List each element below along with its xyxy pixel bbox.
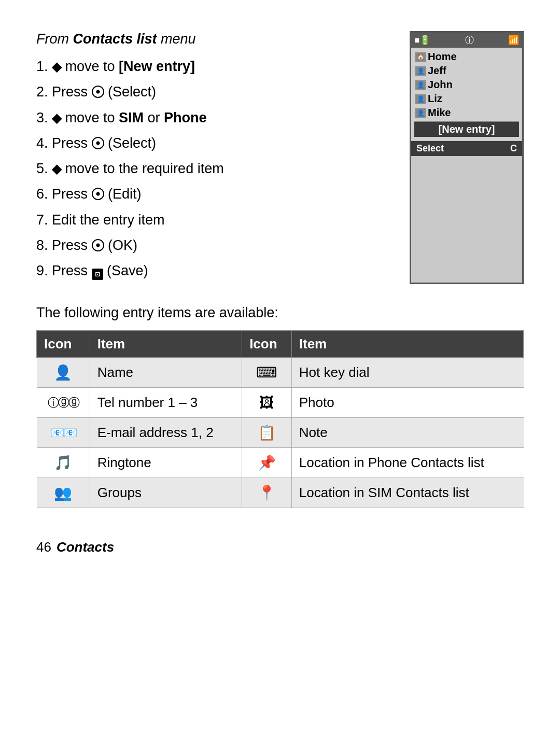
icon-ringtone: 🎵	[37, 448, 90, 478]
step-5: ◆ move to the required item	[52, 157, 389, 181]
ok-btn	[92, 239, 104, 251]
contact-home: 🏠 Home	[411, 50, 522, 64]
footer: 46 Contacts	[36, 539, 524, 555]
table-header-row: Icon Item Icon Item	[37, 331, 524, 358]
step-8: Press (OK)	[52, 233, 389, 258]
item-photo: Photo	[291, 388, 523, 418]
contact-john: 👤 John	[411, 78, 522, 92]
contact-jeff: 👤 Jeff	[411, 64, 522, 78]
icon-location-phone: 📌	[242, 448, 292, 478]
following-text: The following entry items are available:	[36, 305, 524, 321]
icon-hotkey: ⌨	[242, 358, 292, 388]
contacts-list: 🏠 Home 👤 Jeff 👤 John 👤 Liz 👤 Mike [New e…	[411, 48, 522, 140]
status-bar: ■🔋 ⓘ 📶	[411, 33, 522, 48]
item-note: Note	[291, 418, 523, 448]
col-icon2: Icon	[242, 331, 292, 358]
table-body: 👤 Name ⌨ Hot key dial ⓘⓖⓖ Tel number 1 –…	[37, 358, 524, 508]
item-groups: Groups	[90, 478, 242, 508]
nav-symbol-3: ◆	[52, 107, 61, 129]
icon-tel: ⓘⓖⓖ	[37, 388, 90, 418]
icon-groups: 👥	[37, 478, 90, 508]
table-row: 📧📧 E-mail address 1, 2 📋 Note	[37, 418, 524, 448]
phone-label: Phone	[164, 110, 207, 125]
nav-symbol-5: ◆	[52, 158, 61, 180]
step-4: Press (Select)	[52, 131, 389, 156]
footer-title: Contacts	[57, 539, 114, 555]
contact-liz: 👤 Liz	[411, 92, 522, 106]
table-row: 🎵 Ringtone 📌 Location in Phone Contacts …	[37, 448, 524, 478]
bottom-right-label: C	[510, 143, 517, 154]
contact-name-john: John	[428, 79, 453, 91]
page-number: 46	[36, 539, 51, 555]
contact-icon-home: 🏠	[415, 52, 426, 62]
col-item1: Item	[90, 331, 242, 358]
phone-screen: ■🔋 ⓘ 📶 🏠 Home 👤 Jeff 👤 John 👤 Liz 👤	[410, 31, 524, 284]
icon-email: 📧📧	[37, 418, 90, 448]
contact-name-liz: Liz	[428, 93, 442, 105]
item-name: Name	[90, 358, 242, 388]
nav-symbol-1: ◆	[52, 56, 61, 78]
item-email: E-mail address 1, 2	[90, 418, 242, 448]
step-1: ◆ move to [New entry]	[52, 54, 389, 79]
item-location-sim: Location in SIM Contacts list	[291, 478, 523, 508]
table-row: 👤 Name ⌨ Hot key dial	[37, 358, 524, 388]
new-entry-label: [New entry]	[119, 59, 195, 74]
select-btn-1	[92, 86, 104, 98]
step-2: Press (Select)	[52, 80, 389, 104]
table-row: 👥 Groups 📍 Location in SIM Contacts list	[37, 478, 524, 508]
step-9: Press ⊡ (Save)	[52, 259, 389, 283]
step-7: Edit the entry item	[52, 208, 389, 232]
status-mid: ⓘ	[465, 34, 474, 46]
contact-name-jeff: Jeff	[428, 65, 446, 77]
contact-icon-mike: 👤	[415, 108, 426, 118]
item-location-phone: Location in Phone Contacts list	[291, 448, 523, 478]
select-btn-2	[92, 137, 104, 149]
icon-table: Icon Item Icon Item 👤 Name ⌨ Hot key dia…	[36, 330, 524, 508]
contact-name-mike: Mike	[428, 107, 451, 119]
phone-bottom-bar: Select C	[411, 141, 522, 156]
from-line-bold: Contacts list	[73, 31, 157, 47]
col-icon1: Icon	[37, 331, 90, 358]
bottom-select-label: Select	[416, 143, 444, 154]
item-ringtone: Ringtone	[90, 448, 242, 478]
new-entry-row: [New entry]	[414, 121, 519, 137]
contact-icon-liz: 👤	[415, 94, 426, 104]
status-left: ■🔋	[414, 35, 430, 46]
contact-icon-john: 👤	[415, 80, 426, 90]
table-header: Icon Item Icon Item	[37, 331, 524, 358]
icon-photo: 🖼	[242, 388, 292, 418]
steps-list: ◆ move to [New entry] Press (Select) ◆ m…	[52, 54, 389, 283]
instructions-section: From Contacts list menu ◆ move to [New e…	[36, 31, 389, 284]
icon-location-sim: 📍	[242, 478, 292, 508]
icon-name: 👤	[37, 358, 90, 388]
edit-btn	[92, 188, 104, 200]
col-item2: Item	[291, 331, 523, 358]
new-entry-text: [New entry]	[439, 123, 495, 135]
status-right: 📶	[508, 35, 519, 46]
save-btn: ⊡	[92, 269, 103, 280]
item-hotkey: Hot key dial	[291, 358, 523, 388]
sim-phone-label: SIM	[119, 110, 144, 125]
step-3: ◆ move to SIM or Phone	[52, 106, 389, 130]
table-row: ⓘⓖⓖ Tel number 1 – 3 🖼 Photo	[37, 388, 524, 418]
contact-icon-jeff: 👤	[415, 66, 426, 76]
icon-note: 📋	[242, 418, 292, 448]
step-6: Press (Edit)	[52, 182, 389, 206]
contact-mike: 👤 Mike	[411, 106, 522, 120]
from-line: From Contacts list menu	[36, 31, 389, 47]
contact-name-home: Home	[428, 51, 457, 63]
item-tel: Tel number 1 – 3	[90, 388, 242, 418]
main-content: From Contacts list menu ◆ move to [New e…	[36, 31, 524, 284]
